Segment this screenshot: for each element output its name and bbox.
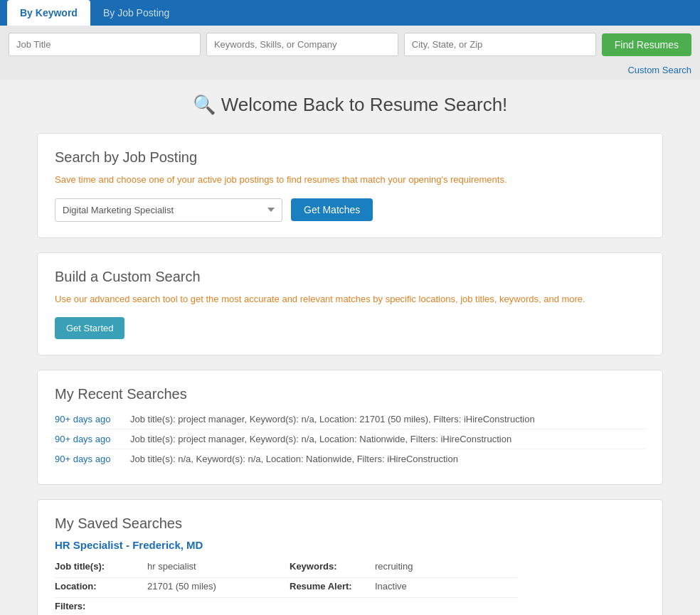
custom-search-card-subtitle: Use our advanced search tool to get the … <box>55 292 645 306</box>
job-titles-value: hr specialist <box>147 558 290 574</box>
filters-value <box>147 597 290 614</box>
saved-searches-title: My Saved Searches <box>55 515 645 532</box>
search-bar: Find Resumes <box>0 26 700 63</box>
empty-label <box>290 597 375 614</box>
list-item: 90+ days ago Job title(s): project manag… <box>55 429 645 449</box>
job-posting-card-subtitle: Save time and choose one of your active … <box>55 173 645 187</box>
find-resumes-button[interactable]: Find Resumes <box>602 33 691 56</box>
keywords-label: Keywords: <box>290 558 375 574</box>
search-icon: 🔍 <box>193 94 216 116</box>
search-by-job-posting-card: Search by Job Posting Save time and choo… <box>37 133 663 238</box>
get-started-button[interactable]: Get Started <box>55 317 124 339</box>
recent-searches-title: My Recent Searches <box>55 386 645 402</box>
job-title-input[interactable] <box>9 33 201 56</box>
tab-by-job-posting[interactable]: By Job Posting <box>90 0 182 26</box>
search-description: Job title(s): project manager, Keyword(s… <box>130 434 511 444</box>
saved-search-name[interactable]: HR Specialist - Frederick, MD <box>55 539 645 551</box>
search-description: Job title(s): n/a, Keyword(s): n/a, Loca… <box>130 454 458 464</box>
custom-search-card-title: Build a Custom Search <box>55 269 645 285</box>
saved-search-details: Job title(s): hr specialist Keywords: re… <box>55 558 645 614</box>
welcome-text: Welcome Back to Resume Search! <box>221 94 508 116</box>
filters-label: Filters: <box>55 597 147 614</box>
search-description: Job title(s): project manager, Keyword(s… <box>130 414 535 424</box>
recent-searches-list: 90+ days ago Job title(s): project manag… <box>55 410 645 469</box>
saved-searches-card: My Saved Searches HR Specialist - Freder… <box>37 499 663 615</box>
search-age: 90+ days ago <box>55 454 119 464</box>
job-posting-select[interactable]: Digital Marketing Specialist <box>55 198 282 222</box>
keywords-input[interactable] <box>206 33 398 56</box>
location-value: 21701 (50 miles) <box>147 577 290 594</box>
recent-searches-card: My Recent Searches 90+ days ago Job titl… <box>37 370 663 485</box>
location-label: Location: <box>55 577 147 594</box>
job-titles-label: Job title(s): <box>55 558 147 574</box>
custom-search-link[interactable]: Custom Search <box>0 63 700 80</box>
welcome-heading: 🔍 Welcome Back to Resume Search! <box>37 94 663 116</box>
search-age: 90+ days ago <box>55 434 119 444</box>
job-posting-row: Digital Marketing Specialist Get Matches <box>55 198 645 222</box>
keywords-value: recruiting <box>375 558 517 574</box>
tab-by-keyword[interactable]: By Keyword <box>7 0 90 26</box>
header-tabs: By Keyword By Job Posting <box>0 0 700 26</box>
location-input[interactable] <box>404 33 596 56</box>
resume-alert-label: Resume Alert: <box>290 577 375 594</box>
resume-alert-value: Inactive <box>375 577 517 594</box>
job-posting-card-title: Search by Job Posting <box>55 149 645 166</box>
list-item: 90+ days ago Job title(s): project manag… <box>55 410 645 429</box>
empty-value <box>375 597 517 614</box>
get-matches-button[interactable]: Get Matches <box>291 198 373 221</box>
custom-search-card: Build a Custom Search Use our advanced s… <box>37 252 663 356</box>
list-item: 90+ days ago Job title(s): n/a, Keyword(… <box>55 449 645 469</box>
main-content: 🔍 Welcome Back to Resume Search! Search … <box>30 80 670 615</box>
search-age: 90+ days ago <box>55 414 119 424</box>
